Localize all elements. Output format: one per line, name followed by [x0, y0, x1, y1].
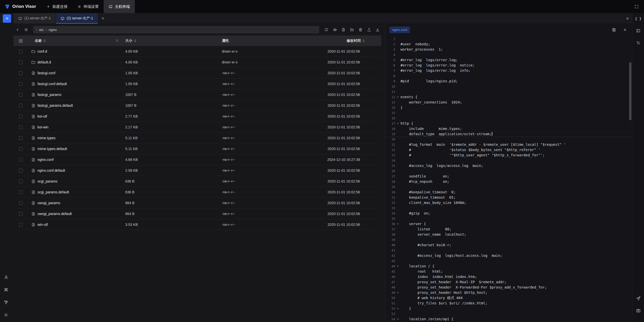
table-row[interactable]: fastcgi_params1007 B-rw-r--r--2020-11-01…	[14, 89, 381, 100]
code-line[interactable]: 7#error_log logs/error.log info;	[385, 68, 632, 73]
code-line[interactable]: 10	[385, 84, 632, 89]
row-checkbox[interactable]	[19, 136, 23, 140]
filter-icon[interactable]	[115, 39, 119, 43]
code-line[interactable]: 31 keepalive_timeout 65;	[385, 195, 632, 200]
code-line[interactable]: 51 try_files $uri $uri/ /index.html;	[385, 301, 632, 306]
code-line[interactable]: 16	[385, 116, 632, 121]
code-line[interactable]: 22 # '$status $body_bytes_sent "$http_re…	[385, 147, 632, 153]
appearance-button[interactable]	[3, 299, 10, 306]
row-checkbox[interactable]	[19, 169, 23, 172]
code-line[interactable]: 35	[385, 216, 632, 221]
nav-host-terminal[interactable]: 主机终端	[104, 0, 135, 13]
breadcrumb[interactable]: /etc/nginx	[33, 26, 319, 33]
code-line[interactable]: 2#user nobody;	[385, 42, 632, 47]
new-folder-button[interactable]	[348, 26, 355, 33]
name-sorter[interactable]	[44, 39, 46, 42]
code-line[interactable]: 38 server_name localhost;	[385, 232, 632, 237]
code-editor[interactable]: 12#user nobody;3worker_processes 1;45#er…	[385, 35, 632, 322]
code-line[interactable]: 54 location /orion/api {	[385, 316, 632, 322]
code-line[interactable]: 41	[385, 248, 632, 253]
table-row[interactable]: default.d4.00 KBdrwxr-xr-x2020-11-01 10:…	[14, 57, 381, 68]
user-info-button[interactable]	[3, 274, 10, 281]
refresh-button[interactable]	[323, 26, 330, 33]
code-line[interactable]: 15	[385, 110, 632, 116]
code-line[interactable]: 28 #tcp_nopush on;	[385, 179, 632, 184]
file-name[interactable]: conf.d	[37, 49, 47, 53]
file-name[interactable]: scgi_params	[37, 179, 57, 183]
row-checkbox[interactable]	[19, 158, 23, 162]
code-line[interactable]: 49 proxy_set_header Host $http_host;	[385, 290, 632, 295]
download-button[interactable]	[374, 26, 381, 33]
nav-terminal-settings[interactable]: 终端设置	[72, 0, 104, 13]
code-line[interactable]: 25 #access_log logs/access.log main;	[385, 163, 632, 168]
layout-button[interactable]	[635, 27, 642, 34]
code-line[interactable]: 24	[385, 158, 632, 163]
code-line[interactable]: 44 location / {	[385, 264, 632, 269]
select-all-checkbox[interactable]	[19, 39, 23, 43]
breadcrumb-segment[interactable]: nginx	[49, 28, 57, 32]
code-line[interactable]: 14}	[385, 105, 632, 110]
new-terminal-button[interactable]	[3, 14, 11, 23]
row-checkbox[interactable]	[19, 71, 23, 75]
code-line[interactable]: 19 default_type application/octet-stream…	[385, 131, 632, 137]
file-name[interactable]: uwsgi_params	[37, 201, 60, 205]
code-line[interactable]: 33	[385, 205, 632, 211]
row-checkbox[interactable]	[19, 125, 23, 129]
add-tab-button[interactable]: +	[98, 14, 107, 23]
code-line[interactable]: 1	[385, 36, 632, 42]
table-row[interactable]: scgi_params636 B-rw-r--r--2020-11-01 10:…	[14, 176, 381, 187]
row-checkbox[interactable]	[19, 93, 23, 97]
fold-chevron-icon[interactable]	[395, 318, 400, 320]
code-line[interactable]: 32 client_max_body_size 1048m;	[385, 200, 632, 205]
table-row[interactable]: nginx.conf.default2.59 KB-rw-r--r--2020-…	[14, 165, 381, 176]
close-editor-button[interactable]	[622, 26, 628, 33]
row-checkbox[interactable]	[19, 115, 23, 118]
file-name[interactable]: nginx.conf	[37, 158, 54, 162]
show-hidden-button[interactable]	[331, 26, 338, 33]
code-line[interactable]: 6#error_log logs/error.log notice;	[385, 63, 632, 68]
json-config-button[interactable]: { }	[635, 15, 642, 22]
breadcrumb-segment[interactable]: etc	[39, 28, 44, 32]
table-row[interactable]: fastcgi.conf1.05 KB-rw-r--r--2020-11-01 …	[14, 68, 381, 79]
code-line[interactable]: 11	[385, 89, 632, 94]
table-row[interactable]: fastcgi_params.default1007 B-rw-r--r--20…	[14, 100, 381, 111]
delete-button[interactable]	[357, 26, 364, 33]
code-line[interactable]: 13 worker_connections 1024;	[385, 100, 632, 105]
code-line[interactable]: 3worker_processes 1;	[385, 47, 632, 52]
new-file-button[interactable]	[340, 26, 347, 33]
fold-chevron-icon[interactable]	[395, 307, 400, 310]
code-line[interactable]: 36 server {	[385, 221, 632, 227]
back-button[interactable]	[14, 26, 21, 33]
code-line[interactable]: 45 root html;	[385, 269, 632, 274]
code-line[interactable]: 39	[385, 237, 632, 242]
file-name[interactable]: win-utf	[37, 223, 48, 227]
code-line[interactable]: 43	[385, 258, 632, 264]
screenshot-button[interactable]	[635, 307, 642, 314]
row-checkbox[interactable]	[19, 82, 23, 86]
table-row[interactable]: scgi_params.default636 B-rw-r--r--2020-1…	[14, 187, 381, 198]
table-row[interactable]: fastcgi.conf.default1.05 KB-rw-r--r--202…	[14, 79, 381, 89]
file-name[interactable]: fastcgi_params	[37, 93, 61, 97]
file-name[interactable]: uwsgi_params.default	[37, 212, 72, 216]
code-line[interactable]: 23 # '"$http_user_agent" "$http_x_forwar…	[385, 153, 632, 158]
row-checkbox[interactable]	[19, 212, 23, 216]
nav-new-connection[interactable]: 新建连接	[42, 0, 72, 13]
fold-chevron-icon[interactable]	[395, 265, 400, 268]
file-name[interactable]: mime.types.default	[37, 147, 67, 151]
open-file-tag[interactable]: nginx.conf	[389, 27, 410, 33]
code-line[interactable]: 47 proxy_set_header X-Real-IP $remote_ad…	[385, 279, 632, 285]
table-row[interactable]: uwsgi_params.default664 B-rw-r--r--2020-…	[14, 208, 381, 219]
fold-chevron-icon[interactable]	[395, 96, 400, 98]
file-name[interactable]: mime.types	[37, 136, 56, 140]
shortcut-keys-button[interactable]: ⌘	[3, 286, 10, 293]
code-line[interactable]: 21 #log_format main '$remote_addr - $rem…	[385, 142, 632, 147]
terminal-tab[interactable]: (1) server-生产-1	[14, 13, 56, 24]
table-row[interactable]: win-utf3.53 KB-rw-r--r--2020-11-01 10:02…	[14, 219, 381, 230]
file-name[interactable]: koi-win	[37, 125, 49, 129]
close-panel-button[interactable]	[623, 14, 632, 23]
fold-chevron-icon[interactable]	[395, 122, 400, 125]
row-checkbox[interactable]	[19, 104, 23, 108]
list-view-button[interactable]	[23, 26, 30, 33]
file-name[interactable]: fastcgi.conf.default	[37, 82, 67, 86]
code-line[interactable]: 50 # web history 模式 404	[385, 295, 632, 301]
